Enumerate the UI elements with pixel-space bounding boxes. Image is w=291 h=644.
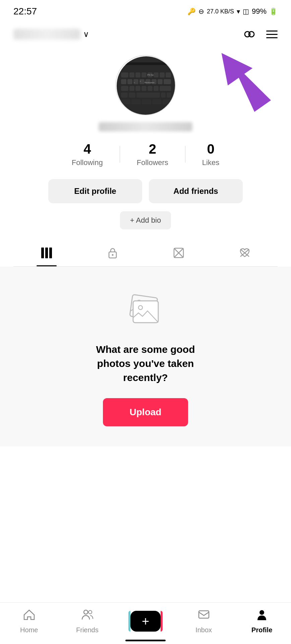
svg-rect-59 — [199, 611, 209, 618]
nav-friends[interactable]: Friends — [67, 608, 107, 634]
username-display[interactable]: ∨ — [13, 29, 89, 40]
status-bar: 22:57 🔑 ⊖ 27.0 KB/S ▾ ◫ 99% 🔋 — [0, 0, 291, 20]
nav-create[interactable]: + — [125, 611, 166, 632]
following-count: 4 — [83, 142, 91, 156]
likes-stat[interactable]: 0 Likes — [185, 142, 236, 167]
likes-label: Likes — [202, 158, 219, 167]
svg-rect-7 — [129, 72, 134, 77]
nav-inbox-label: Inbox — [195, 626, 212, 634]
svg-rect-6 — [121, 72, 128, 77]
svg-rect-44 — [45, 248, 48, 258]
hamburger-line-3 — [266, 37, 278, 38]
svg-text:Backspace: Backspace — [144, 82, 155, 84]
minus-circle-icon: ⊖ — [198, 7, 204, 15]
svg-text:Prt Sc: Prt Sc — [147, 74, 154, 76]
svg-point-58 — [89, 610, 92, 614]
nav-profile[interactable]: Profile — [242, 608, 282, 634]
nav-home-label: Home — [20, 626, 38, 634]
content-tabs — [13, 239, 278, 267]
hamburger-line-2 — [266, 34, 278, 35]
profile-avatar: Prt Sc + ≡ Backspace — [116, 56, 176, 115]
create-button[interactable]: + — [130, 611, 161, 632]
status-icons: 🔑 ⊖ 27.0 KB/S ▾ ◫ 99% 🔋 — [187, 7, 278, 16]
key-icon: 🔑 — [187, 7, 196, 15]
tab-posts[interactable] — [13, 239, 79, 266]
tab-liked[interactable] — [212, 239, 278, 266]
tab-private[interactable] — [79, 239, 146, 266]
add-friends-button[interactable]: Add friends — [149, 179, 243, 203]
home-icon — [23, 608, 36, 624]
chevron-down-icon: ∨ — [83, 30, 89, 39]
bottom-indicator — [125, 640, 166, 641]
nav-home[interactable]: Home — [9, 608, 49, 634]
svg-text:+: + — [134, 82, 135, 84]
profile-section: Prt Sc + ≡ Backspace 4 Following 2 Follo… — [0, 48, 291, 267]
svg-rect-31 — [136, 93, 160, 98]
svg-rect-55 — [133, 301, 158, 323]
empty-state: What are some good photos you've taken r… — [0, 267, 291, 446]
friends-icon — [81, 608, 94, 624]
profile-nav-icon — [255, 608, 268, 624]
nav-inbox[interactable]: Inbox — [184, 608, 224, 634]
svg-rect-11 — [154, 72, 159, 77]
empty-state-title: What are some good photos you've taken r… — [78, 342, 213, 385]
svg-rect-20 — [158, 79, 163, 84]
svg-rect-24 — [135, 86, 140, 91]
svg-rect-15 — [127, 79, 132, 84]
avatar-container: Prt Sc + ≡ Backspace — [115, 55, 176, 115]
action-buttons: Edit profile Add friends — [13, 179, 278, 203]
bottom-navigation: Home Friends + Inbox — [0, 602, 291, 644]
tiktok-effects-icon[interactable] — [242, 27, 257, 42]
following-label: Following — [72, 158, 103, 167]
svg-point-57 — [84, 610, 88, 614]
profile-username — [99, 122, 192, 131]
svg-rect-26 — [148, 86, 153, 91]
upload-button[interactable]: Upload — [103, 398, 188, 426]
svg-point-47 — [112, 254, 113, 256]
svg-rect-30 — [129, 93, 135, 98]
status-time: 22:57 — [13, 6, 37, 17]
signal-icon: ◫ — [243, 7, 249, 15]
svg-rect-36 — [142, 99, 151, 104]
svg-text:≡: ≡ — [140, 80, 141, 82]
svg-rect-34 — [121, 99, 130, 104]
edit-profile-button[interactable]: Edit profile — [48, 179, 142, 203]
svg-rect-37 — [152, 99, 162, 104]
svg-rect-28 — [160, 86, 171, 91]
svg-rect-33 — [167, 93, 171, 98]
svg-rect-22 — [121, 86, 128, 91]
svg-rect-25 — [141, 86, 147, 91]
tab-tagged[interactable] — [146, 239, 212, 266]
likes-count: 0 — [207, 142, 214, 156]
svg-point-1 — [249, 32, 254, 37]
liked-heart-icon — [239, 247, 250, 259]
svg-rect-32 — [161, 93, 166, 98]
svg-rect-38 — [163, 99, 172, 104]
grid-posts-icon — [41, 247, 53, 259]
svg-rect-14 — [121, 79, 126, 84]
svg-rect-43 — [41, 248, 44, 258]
svg-rect-12 — [160, 72, 165, 77]
private-lock-icon — [107, 247, 118, 259]
data-speed: 27.0 KB/S — [207, 8, 234, 15]
hamburger-menu-icon[interactable] — [266, 31, 278, 38]
svg-rect-35 — [131, 99, 141, 104]
svg-rect-13 — [166, 72, 171, 77]
top-navigation: ∨ — [0, 20, 291, 48]
svg-rect-5 — [123, 62, 170, 65]
svg-rect-45 — [49, 248, 52, 258]
svg-rect-8 — [135, 72, 140, 77]
nav-friends-label: Friends — [76, 626, 99, 634]
tagged-icon — [173, 247, 184, 259]
plus-icon: + — [142, 615, 149, 628]
svg-point-60 — [259, 610, 264, 615]
add-bio-button[interactable]: + Add bio — [120, 211, 171, 229]
followers-stat[interactable]: 2 Followers — [120, 142, 185, 167]
svg-rect-29 — [121, 93, 128, 98]
empty-photo-icon — [124, 293, 167, 332]
inbox-icon — [197, 608, 210, 624]
username-blurred-text — [13, 29, 80, 40]
following-stat[interactable]: 4 Following — [55, 142, 120, 167]
stats-row: 4 Following 2 Followers 0 Likes — [13, 142, 278, 167]
svg-rect-9 — [141, 72, 147, 77]
